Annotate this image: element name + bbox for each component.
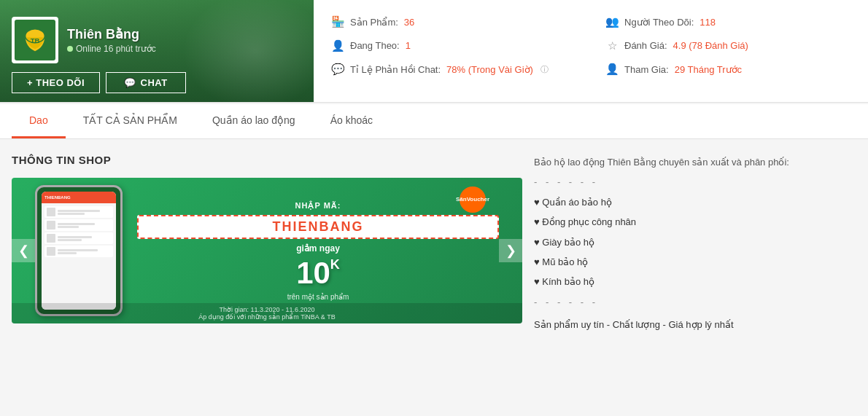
desc-item-5: ♥ Kính bảo hộ	[534, 273, 845, 290]
shop-banner: TB Thiên Bằng Online 16 phút trước + THE…	[0, 0, 314, 102]
desc-intro: Bảo hộ lao động Thiên Bằng chuyên sản xu…	[534, 154, 845, 170]
phone-item-img-1	[47, 208, 55, 216]
phone-text-line	[58, 226, 79, 228]
tab-quan-ao-lao-dong[interactable]: Quần áo lao động	[195, 104, 313, 138]
phone-text-line	[58, 210, 100, 212]
promo-footer-text-1: Thời gian: 11.3.2020 - 11.6.2020	[12, 306, 522, 313]
phone-text-line	[58, 252, 77, 254]
carousel-arrow-left[interactable]: ❮	[12, 239, 35, 262]
stat-danh-gia: ☆ Đánh Giá: 4.9 (78 Đánh Giá)	[605, 37, 850, 55]
people-icon: 👥	[605, 15, 619, 28]
phone-item-img-4	[47, 247, 55, 256]
phone-text-line	[58, 213, 85, 215]
carousel-wrapper: THIENBANG	[12, 178, 522, 323]
stat-nguoi-theo-doi: 👥 Người Theo Dõi: 118	[605, 13, 850, 31]
phone-item-text-3	[58, 236, 111, 241]
desc-footer: Sản phẩm uy tín - Chất lượng - Giá hợp l…	[534, 316, 845, 333]
chat-bubble-icon: 💬	[331, 63, 344, 76]
tab-ao-khoac[interactable]: Áo khoác	[313, 104, 390, 138]
promo-tren-san-pham: trên một sản phẩm	[137, 293, 499, 301]
shop-name: Thiên Bằng	[67, 26, 156, 42]
phone-item-text-1	[58, 210, 111, 215]
right-panel: Bảo hộ lao động Thiên Bằng chuyên sản xu…	[522, 154, 856, 334]
tab-dao[interactable]: Dao	[12, 104, 66, 138]
stat-dang-theo: 👤 Đang Theo: 1	[331, 37, 576, 55]
theo-doi-button[interactable]: + THEO DÕI	[12, 72, 100, 93]
promo-nhap-ma: NHẬP MÃ:	[137, 201, 499, 211]
promo-footer-text-2: Áp dụng đối với những sản phẩm TiNBA & T…	[12, 313, 522, 321]
carousel-arrow-right[interactable]: ❯	[499, 239, 522, 262]
shop-navigation: Dao TẤT CẢ SẢN PHẨM Quần áo lao động Áo …	[0, 104, 868, 139]
phone-text-line	[58, 236, 92, 238]
phone-item-3	[44, 232, 113, 244]
phone-mockup: THIENBANG	[35, 185, 123, 316]
promo-footer: Thời gian: 11.3.2020 - 11.6.2020 Áp dụng…	[12, 303, 522, 323]
desc-item-4: ♥ Mũ bảo hộ	[534, 254, 845, 270]
promo-giam-ngay: giảm ngay	[137, 243, 499, 254]
carousel-inner: THIENBANG	[12, 178, 522, 323]
shop-buttons: + THEO DÕI 💬 CHAT	[12, 72, 186, 93]
phone-text-line	[58, 249, 98, 251]
tab-tat-ca-san-pham[interactable]: TẤT CẢ SẢN PHẨM	[66, 104, 195, 138]
phone-text-line	[58, 223, 95, 225]
shop-icon: 🏪	[331, 15, 344, 28]
phone-item-4	[44, 246, 113, 257]
desc-dashes-1: - - - - - -	[534, 173, 845, 190]
promo-text-section: NHẬP MÃ: THIENBANG giảm ngay 10K trên mộ…	[137, 201, 499, 301]
star-icon: ☆	[605, 39, 619, 52]
person-badge-icon: 👤	[605, 63, 619, 76]
main-content: THÔNG TIN SHOP THIENBANG	[0, 139, 868, 348]
promo-amount: 10K	[137, 258, 499, 289]
chat-button[interactable]: 💬 CHAT	[106, 72, 186, 93]
phone-item-1	[44, 206, 113, 218]
phone-screen: THIENBANG	[42, 192, 116, 310]
shop-header: TB Thiên Bằng Online 16 phút trước + THE…	[0, 0, 868, 103]
desc-item-1: ♥ Quần áo bảo hộ	[534, 194, 845, 211]
desc-dashes-2: - - - - - -	[534, 294, 845, 310]
phone-item-img-2	[47, 221, 55, 229]
status-dot	[67, 46, 73, 52]
shop-status: Online 16 phút trước	[67, 44, 156, 54]
phone-text-line	[58, 239, 82, 241]
person-icon: 👤	[331, 39, 344, 52]
shop-stats: 🏪 Sản Phẩm: 36 👥 Người Theo Dõi: 118 👤 Đ…	[314, 0, 868, 102]
desc-item-3: ♥ Giày bảo hộ	[534, 234, 845, 251]
phone-item-text-2	[58, 223, 111, 228]
desc-item-2: ♥ Đồng phục công nhân	[534, 213, 845, 230]
stat-tham-gia: 👤 Tham Gia: 29 Tháng Trước	[605, 60, 850, 79]
stat-san-pham: 🏪 Sản Phẩm: 36	[331, 13, 576, 31]
phone-item-2	[44, 219, 113, 231]
phone-item-img-3	[47, 234, 55, 243]
shop-identity: TB Thiên Bằng Online 16 phút trước	[12, 17, 186, 63]
phone-item-text-4	[58, 249, 111, 254]
shop-info-overlay: TB Thiên Bằng Online 16 phút trước + THE…	[12, 17, 186, 93]
logo-inner: TB	[15, 20, 55, 60]
logo-svg: TB	[21, 26, 49, 54]
chat-icon: 💬	[124, 77, 136, 88]
carousel-content: THIENBANG	[12, 178, 522, 323]
info-icon: ⓘ	[540, 64, 549, 75]
stat-ti-le: 💬 Tỉ Lệ Phản Hồi Chat: 78% (Trong Vài Gi…	[331, 60, 576, 79]
promo-badge: Săn Voucher	[460, 187, 486, 213]
shop-description: Bảo hộ lao động Thiên Bằng chuyên sản xu…	[534, 154, 845, 334]
shop-logo: TB	[12, 17, 58, 63]
phone-header-bar: THIENBANG	[42, 192, 116, 203]
promo-code-box: THIENBANG	[137, 215, 499, 239]
section-title: THÔNG TIN SHOP	[12, 154, 522, 166]
shop-name-block: Thiên Bằng Online 16 phút trước	[67, 26, 156, 54]
phone-body	[42, 203, 116, 310]
left-panel: THÔNG TIN SHOP THIENBANG	[12, 154, 522, 334]
